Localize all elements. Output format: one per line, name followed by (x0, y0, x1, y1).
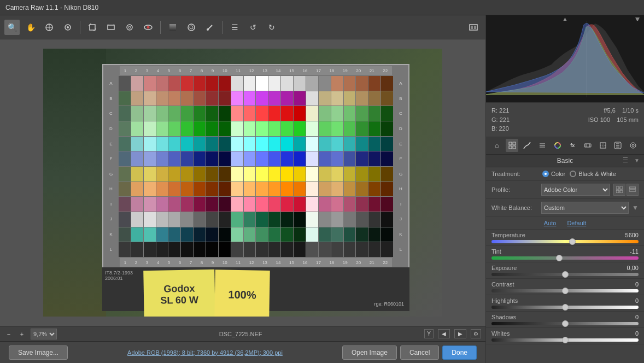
photo-background: 12345678910111213141516171819202122 (43, 49, 442, 317)
svg-rect-27 (509, 142, 512, 145)
panel-tabs: ⌂ fx (486, 137, 644, 155)
undo-btn[interactable]: ↺ (245, 20, 261, 35)
filmstrip-toggle[interactable] (466, 20, 481, 35)
basic-section-header[interactable]: Basic ▼ (486, 155, 644, 167)
profile-list-btn[interactable] (627, 184, 639, 196)
svg-rect-10 (108, 25, 114, 30)
temperature-track[interactable] (491, 240, 639, 243)
wb-select[interactable]: Custom As Shot Auto Daylight Cloudy Shad… (541, 202, 629, 214)
color-option-label: Color (551, 171, 565, 177)
shadows-track[interactable] (491, 322, 639, 325)
iso-value: ISO 100 (588, 116, 610, 123)
temperature-label-row: Temperature 5600 (491, 232, 639, 238)
whites-track[interactable] (491, 338, 639, 342)
wb-dropdown-arrow[interactable]: ▼ (632, 204, 639, 212)
profile-row: Profile: Adobe Color (486, 181, 644, 199)
highlights-track[interactable] (491, 306, 639, 309)
contrast-value: 0 (617, 281, 639, 288)
tab-hsl[interactable] (551, 139, 564, 152)
adjustment-brush[interactable] (202, 20, 218, 35)
titlebar: Camera Raw 11.1 - Nikon D810 (0, 0, 644, 15)
temperature-label: Temperature (491, 232, 525, 238)
tab-effects[interactable] (612, 139, 625, 152)
tab-tone-curve[interactable] (520, 139, 534, 152)
contrast-thumb[interactable] (562, 288, 569, 294)
whites-thumb[interactable] (562, 337, 569, 343)
contrast-track[interactable] (491, 289, 639, 292)
color-radio[interactable]: Color (542, 171, 565, 177)
default-button[interactable]: Default (567, 220, 586, 226)
redeye-tool[interactable] (140, 20, 156, 35)
temperature-value: 5600 (617, 232, 639, 238)
canvas-area[interactable]: 12345678910111213141516171819202122 (0, 39, 485, 326)
tab-detail[interactable] (536, 139, 549, 152)
hand-tool[interactable]: ✋ (23, 20, 38, 35)
tint-label: Tint (491, 248, 501, 255)
shadows-value: 0 (617, 314, 639, 320)
tint-value: -11 (617, 248, 639, 255)
tab-transform[interactable] (596, 139, 610, 152)
filename-display: DSC_7225.NEF (61, 331, 420, 337)
watermark-text: rge: R060101 (374, 301, 404, 307)
bw-radio-dot (570, 171, 576, 177)
profile-select[interactable]: Adobe Color (541, 184, 610, 196)
temperature-thumb[interactable] (569, 238, 576, 245)
tab-basic[interactable] (506, 139, 519, 152)
tint-slider-row: Tint -11 (486, 246, 644, 262)
radial-filter[interactable] (184, 20, 199, 35)
contrast-label-row: Contrast 0 (491, 281, 639, 288)
wb-label: White Balance: (491, 204, 538, 211)
settings-btn[interactable]: ⚙ (471, 329, 481, 338)
tab-histogram[interactable]: ⌂ (490, 139, 504, 152)
wb-row: White Balance: Custom As Shot Auto Dayli… (486, 199, 644, 217)
exposure-thumb[interactable] (562, 271, 569, 278)
auto-button[interactable]: Auto (544, 220, 557, 226)
tab-split-tone[interactable]: fx (566, 139, 579, 152)
svg-point-19 (190, 26, 193, 29)
treatment-label: Treatment: (491, 171, 538, 177)
footer-info-link[interactable]: Adobe RGB (1998); 8 bit; 7360 by 4912 (3… (127, 349, 283, 356)
zoom-tool[interactable]: 🔍 (4, 20, 20, 35)
next-image-btn[interactable]: ▶ (454, 329, 466, 338)
cancel-button[interactable]: Cancel (400, 346, 439, 360)
shadows-slider-row: Shadows 0 (486, 312, 644, 328)
redo-btn[interactable]: ↻ (264, 20, 279, 35)
bottom-notes-area: IT8.7/2-1993 2006:01 GodoxSL 60 W 100% r… (102, 267, 409, 311)
zoom-out-btn[interactable]: − (4, 330, 13, 338)
color-sampler-tool[interactable] (42, 20, 57, 35)
title-text: Camera Raw 11.1 - Nikon D810 (5, 4, 98, 11)
panel-menu-btn[interactable] (623, 156, 628, 165)
profile-grid-btn[interactable] (613, 184, 625, 196)
presets-btn[interactable]: ☰ (227, 20, 242, 35)
graduated-filter[interactable] (165, 20, 180, 35)
targeted-adj-tool[interactable] (60, 20, 75, 35)
workflow-btn[interactable]: Y (424, 329, 434, 338)
exposure-slider-row: Exposure 0,00 (486, 262, 644, 279)
save-image-button[interactable]: Save Image... (9, 346, 68, 360)
aperture-value: f/5,6 (604, 107, 615, 114)
svg-point-4 (67, 26, 69, 28)
right-panel: R: 221 G: 221 B: 220 f/5,6 1/10 s ISO 10… (485, 15, 644, 363)
spot-removal-tool[interactable] (122, 20, 137, 35)
tab-camera-calibration[interactable] (627, 139, 640, 152)
highlights-thumb[interactable] (562, 304, 569, 311)
bw-radio[interactable]: Black & White (570, 171, 616, 177)
open-image-button[interactable]: Open Image (342, 346, 397, 360)
tab-lens[interactable] (581, 139, 594, 152)
zoom-in-btn[interactable]: + (17, 330, 26, 338)
image-container: 12345678910111213141516171819202122 (43, 49, 442, 317)
done-button[interactable]: Done (442, 346, 477, 360)
prev-image-btn[interactable]: ◀ (438, 329, 450, 338)
crop-tool[interactable] (85, 20, 100, 35)
tint-track[interactable] (491, 256, 639, 260)
whites-label-row: Whites 0 (491, 330, 639, 337)
zoom-select[interactable]: 9,7% (31, 329, 57, 339)
svg-rect-23 (471, 26, 473, 29)
svg-point-13 (127, 25, 132, 30)
exposure-track[interactable] (491, 273, 639, 276)
shadows-thumb[interactable] (562, 320, 569, 327)
histogram-area (486, 15, 644, 103)
svg-point-21 (207, 28, 209, 31)
tint-thumb[interactable] (556, 255, 563, 261)
transform-tool[interactable] (103, 20, 119, 35)
